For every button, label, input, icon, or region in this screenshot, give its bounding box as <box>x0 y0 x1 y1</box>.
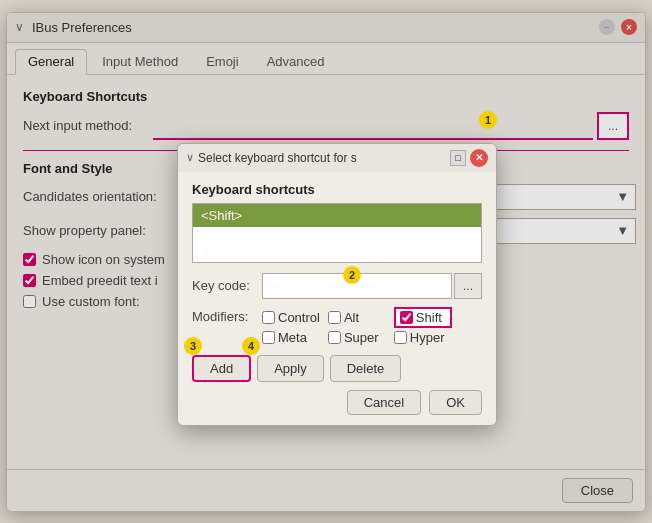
modifier-control-checkbox[interactable] <box>262 311 275 324</box>
badge-3: 3 <box>184 337 202 355</box>
main-window: ∨ IBus Preferences − × General Input Met… <box>6 12 646 512</box>
modifier-hyper[interactable]: Hyper <box>394 330 452 345</box>
modal-restore-button[interactable]: □ <box>450 150 466 166</box>
modifier-shift-checkbox[interactable] <box>400 311 413 324</box>
modifier-super-checkbox[interactable] <box>328 331 341 344</box>
modal-ok-cancel: Cancel OK <box>192 390 482 415</box>
modifiers-grid: Control Alt Shift Meta <box>262 307 452 345</box>
modifier-alt[interactable]: Alt <box>328 307 386 328</box>
modal-title-right: □ ✕ <box>450 149 488 167</box>
add-button[interactable]: Add <box>192 355 251 382</box>
apply-button[interactable]: Apply <box>257 355 324 382</box>
modifier-control[interactable]: Control <box>262 307 320 328</box>
modifier-shift[interactable]: Shift <box>394 307 452 328</box>
modal-chevron-icon: ∨ <box>186 151 194 164</box>
key-code-browse-button[interactable]: ... <box>454 273 482 299</box>
modifiers-row: Modifiers: Control Alt Shift <box>192 307 482 345</box>
badge-1: 1 <box>479 111 497 129</box>
modifier-meta-checkbox[interactable] <box>262 331 275 344</box>
modifier-alt-checkbox[interactable] <box>328 311 341 324</box>
modifier-meta[interactable]: Meta <box>262 330 320 345</box>
modal-title-bar: ∨ Select keyboard shortcut for s □ ✕ <box>178 144 496 172</box>
ok-button[interactable]: OK <box>429 390 482 415</box>
modal-title-left: ∨ Select keyboard shortcut for s <box>186 151 357 165</box>
modifier-super[interactable]: Super <box>328 330 386 345</box>
badge-2: 2 <box>343 266 361 284</box>
modal-section-title: Keyboard shortcuts <box>192 182 482 197</box>
modifiers-label: Modifiers: <box>192 307 262 324</box>
shortcut-list: <Shift> <box>192 203 482 263</box>
delete-button[interactable]: Delete <box>330 355 402 382</box>
key-code-label: Key code: <box>192 278 262 293</box>
modifier-hyper-checkbox[interactable] <box>394 331 407 344</box>
modal-title-text: Select keyboard shortcut for s <box>198 151 357 165</box>
cancel-button[interactable]: Cancel <box>347 390 421 415</box>
shortcut-item[interactable]: <Shift> <box>193 204 481 227</box>
key-code-row: Key code: ... <box>192 273 482 299</box>
badge-4: 4 <box>242 337 260 355</box>
modal-close-button[interactable]: ✕ <box>470 149 488 167</box>
modal-action-buttons: Add Apply Delete <box>192 355 482 382</box>
modal-content: Keyboard shortcuts <Shift> Key code: ...… <box>178 172 496 425</box>
shortcut-modal: ∨ Select keyboard shortcut for s □ ✕ Key… <box>177 143 497 426</box>
